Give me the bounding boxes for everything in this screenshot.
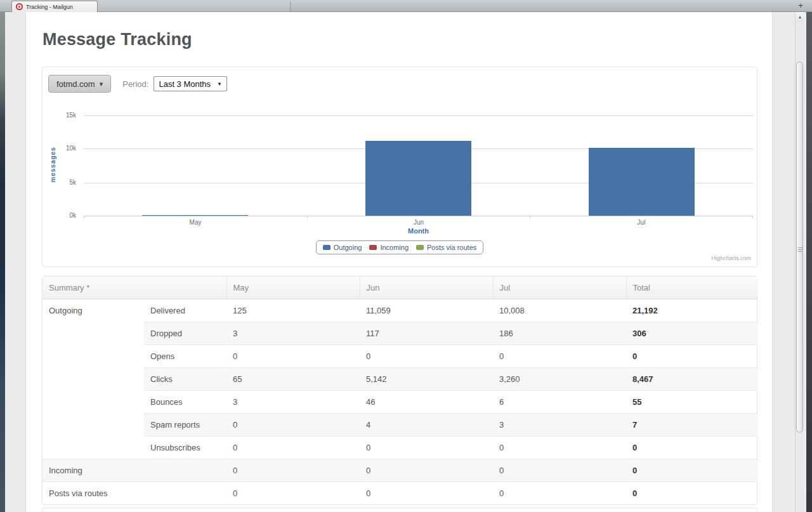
x-category-label: Jul xyxy=(613,219,670,226)
row-label: Clicks xyxy=(144,368,226,391)
browser-scrollbar[interactable]: ▲ xyxy=(795,12,804,512)
legend-label: Incoming xyxy=(380,244,409,251)
summary-table-panel: Summary * May Jun Jul Total Outgoing Del… xyxy=(42,276,757,505)
y-axis-title: messages xyxy=(49,127,56,203)
header-total: Total xyxy=(626,277,758,299)
summary-table: Summary * May Jun Jul Total Outgoing Del… xyxy=(43,277,758,504)
cell-jun: 11,059 xyxy=(360,299,493,322)
cell-jul: 3 xyxy=(493,414,626,437)
cell-jul: 3,260 xyxy=(493,368,626,391)
highcharts-credit-link[interactable]: Highcharts.com xyxy=(711,255,751,261)
cell-total: 0 xyxy=(626,459,758,482)
period-select-value: Last 3 Months xyxy=(159,79,211,89)
cell-total: 0 xyxy=(626,345,758,368)
legend-label: Posts via routes xyxy=(427,244,476,251)
cell-jul: 6 xyxy=(493,391,626,414)
tab-title: Tracking - Mailgun xyxy=(26,4,73,10)
legend-item-posts-via-routes[interactable]: Posts via routes xyxy=(416,244,476,251)
legend-item-outgoing[interactable]: Outgoing xyxy=(323,244,362,251)
table-row: Dropped 3 117 186 306 xyxy=(43,322,758,345)
table-row: Bounces 3 46 6 55 xyxy=(43,391,758,414)
cell-jun: 0 xyxy=(360,482,493,505)
row-label: Delivered xyxy=(144,299,226,322)
scroll-up-arrow-icon[interactable]: ▲ xyxy=(796,12,804,22)
cell-jun: 0 xyxy=(360,459,493,482)
cell-jul: 186 xyxy=(493,322,626,345)
table-row: Posts via routes 0 0 0 0 xyxy=(43,482,758,505)
legend-box: Outgoing Incoming Posts via routes xyxy=(316,240,484,254)
cell-total: 7 xyxy=(626,414,758,437)
legend-item-incoming[interactable]: Incoming xyxy=(369,244,409,251)
period-label: Period: xyxy=(122,79,148,89)
domain-selector-button[interactable]: fotmd.com ▾ xyxy=(48,75,111,93)
period-select[interactable]: Last 3 Months ▼ xyxy=(154,76,227,91)
new-tab-button[interactable]: + xyxy=(796,1,806,11)
table-row: Opens 0 0 0 0 xyxy=(43,345,758,368)
x-axis-line xyxy=(84,216,753,216)
cell-total: 0 xyxy=(626,482,758,505)
x-tick xyxy=(307,216,308,219)
cell-may: 3 xyxy=(226,322,360,345)
cell-jun: 5,142 xyxy=(360,368,493,391)
cell-jun: 0 xyxy=(360,345,493,368)
chart-panel: fotmd.com ▾ Period: Last 3 Months ▼ 15k xyxy=(42,67,757,267)
bar-outgoing-jul[interactable] xyxy=(589,148,695,216)
mailgun-favicon-icon xyxy=(16,3,23,10)
cell-jul: 0 xyxy=(493,345,626,368)
category-posts-via-routes: Posts via routes xyxy=(43,482,226,505)
header-summary: Summary * xyxy=(43,277,226,299)
cell-jul: 0 xyxy=(493,459,626,482)
header-jul: Jul xyxy=(493,277,626,299)
row-label: Spam reports xyxy=(144,414,226,437)
bar-outgoing-jun[interactable] xyxy=(365,141,471,216)
cell-total: 0 xyxy=(626,437,758,459)
legend-swatch-incoming xyxy=(369,245,377,250)
legend-label: Outgoing xyxy=(334,244,362,251)
browser-tab-strip: Tracking - Mailgun + xyxy=(0,0,812,12)
screen: Tracking - Mailgun + Message Tracking fo… xyxy=(0,0,812,512)
x-axis-title: Month xyxy=(84,227,753,235)
table-row: Unsubscribes 0 0 0 0 xyxy=(43,437,758,459)
chevron-down-icon: ▾ xyxy=(100,80,103,88)
x-category-label: May xyxy=(167,219,224,226)
scrollbar-thumb[interactable] xyxy=(796,62,803,433)
scrollbar-grip xyxy=(798,247,802,253)
cell-may: 65 xyxy=(226,368,360,391)
cell-jun: 46 xyxy=(360,391,493,414)
domain-selector-label: fotmd.com xyxy=(56,79,95,89)
x-category-label: Jun xyxy=(390,219,447,226)
page-title: Message Tracking xyxy=(43,30,192,49)
x-tick xyxy=(752,216,753,219)
cell-may: 0 xyxy=(226,459,360,482)
x-tick xyxy=(530,216,530,219)
filter-controls: fotmd.com ▾ Period: Last 3 Months ▼ xyxy=(48,75,227,93)
table-row: Spam reports 0 4 3 7 xyxy=(43,414,758,437)
gridline-15k xyxy=(84,115,753,116)
content-card: Message Tracking fotmd.com ▾ Period: Las… xyxy=(25,12,773,512)
row-label: Dropped xyxy=(144,322,226,345)
table-row: Clicks 65 5,142 3,260 8,467 xyxy=(43,368,758,391)
row-label: Unsubscribes xyxy=(144,437,226,459)
cell-total: 55 xyxy=(626,391,758,414)
cell-jul: 0 xyxy=(493,482,626,505)
cell-may: 125 xyxy=(226,299,360,322)
category-incoming: Incoming xyxy=(43,459,226,482)
cell-may: 3 xyxy=(226,391,360,414)
cell-total: 306 xyxy=(626,322,758,345)
cell-total: 8,467 xyxy=(626,368,758,391)
browser-tab[interactable]: Tracking - Mailgun xyxy=(11,1,98,12)
bar-outgoing-may[interactable] xyxy=(142,215,248,216)
cell-jul: 0 xyxy=(493,437,626,459)
legend-swatch-outgoing xyxy=(323,245,331,250)
header-may: May xyxy=(226,277,360,299)
page-viewport: Message Tracking fotmd.com ▾ Period: Las… xyxy=(5,12,795,512)
header-jun: Jun xyxy=(360,277,493,299)
cell-jun: 4 xyxy=(360,414,493,437)
table-row: Outgoing Delivered 125 11,059 10,008 21,… xyxy=(43,299,758,322)
cell-jun: 117 xyxy=(360,322,493,345)
inactive-tab-area[interactable] xyxy=(98,1,291,12)
category-outgoing: Outgoing xyxy=(43,299,144,459)
row-label: Opens xyxy=(144,345,226,368)
cell-may: 0 xyxy=(226,345,360,368)
cell-may: 0 xyxy=(226,437,360,459)
